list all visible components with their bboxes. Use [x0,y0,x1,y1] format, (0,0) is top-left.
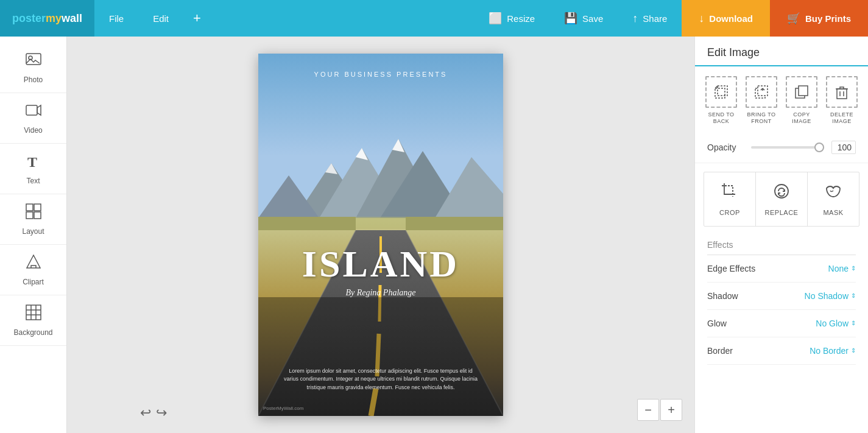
video-icon [25,102,42,122]
svg-rect-32 [258,217,356,230]
replace-button[interactable]: REPLACE [756,172,808,226]
svg-rect-33 [406,217,503,230]
mask-button[interactable]: MASK [808,172,859,226]
effects-section: Effects Edge Effects None ⇕ Shadow No Sh… [695,233,868,372]
svg-rect-5 [34,204,41,211]
shadow-label: Shadow [707,291,738,301]
left-sidebar: Photo Video T Text Layout Clipart [0,37,67,433]
poster-top-text: YOUR BUSINESS PRESENTS [258,71,503,78]
layout-icon [25,203,42,224]
glow-label: Glow [707,319,727,328]
send-to-back-label: SEND TOBACK [708,111,734,125]
edge-effects-dropdown-icon: ⇕ [851,265,856,272]
buy-prints-icon: 🛒 [787,12,800,25]
resize-button[interactable]: ⬜ Resize [474,0,549,37]
main-area: Photo Video T Text Layout Clipart [0,37,868,433]
svg-rect-41 [837,89,847,99]
sidebar-item-photo[interactable]: Photo [0,43,66,93]
sidebar-item-layout[interactable]: Layout [0,194,66,245]
crop-button[interactable]: CROP [704,172,756,226]
sidebar-clipart-label: Clipart [23,278,44,286]
undo-redo-controls: ↩ ↪ [140,405,167,421]
action-icons-row: CROP REPLACE MASK [704,172,859,227]
svg-rect-6 [26,212,33,219]
shadow-dropdown-icon: ⇕ [851,292,856,299]
sidebar-video-label: Video [24,126,42,135]
sidebar-text-label: Text [26,177,40,185]
poster[interactable]: YOUR BUSINESS PRESENTS ISLAND By Regina … [258,54,503,416]
svg-text:T: T [27,154,37,169]
edge-effects-row: Edge Effects None ⇕ [707,255,856,283]
logo: postermywall [0,0,94,37]
border-label: Border [707,346,733,356]
buy-prints-button[interactable]: 🛒 Buy Prints [770,0,868,37]
delete-image-label: DELETEIMAGE [830,111,853,125]
zoom-in-button[interactable]: + [660,399,682,421]
zoom-out-button[interactable]: − [637,399,659,421]
text-icon: T [25,152,42,173]
svg-rect-40 [799,86,808,96]
border-row: Border No Border ⇕ [707,337,856,365]
download-button[interactable]: ↓ Download [682,0,770,37]
opacity-slider[interactable] [751,146,824,149]
shadow-value[interactable]: No Shadow ⇕ [805,291,856,301]
resize-icon: ⬜ [489,12,502,25]
send-to-back-icon [705,76,737,108]
bring-to-front-button[interactable]: BRING TOFRONT [741,76,782,125]
sidebar-item-clipart[interactable]: Clipart [0,245,66,295]
sidebar-background-label: Background [13,328,52,337]
mask-icon [824,182,842,204]
glow-dropdown-icon: ⇕ [851,320,856,326]
redo-button[interactable]: ↪ [156,405,167,421]
delete-image-icon [826,76,858,108]
sidebar-layout-label: Layout [22,227,44,236]
border-dropdown-icon: ⇕ [851,347,856,354]
edge-effects-label: Edge Effects [707,264,755,273]
copy-image-icon [786,76,817,108]
opacity-thumb[interactable] [814,143,824,152]
zoom-controls: − + [637,399,682,421]
copy-image-button[interactable]: COPYIMAGE [782,76,822,125]
opacity-row: Opacity 100 [695,135,868,163]
sidebar-item-video[interactable]: Video [0,93,66,144]
opacity-value: 100 [831,141,856,154]
edge-effects-value[interactable]: None ⇕ [828,264,856,273]
top-nav: postermywall File Edit + ⬜ Resize 💾 Save… [0,0,868,37]
file-menu[interactable]: File [94,0,138,37]
bring-to-front-icon [746,76,777,108]
svg-rect-34 [258,297,503,416]
undo-button[interactable]: ↩ [140,405,151,421]
sidebar-photo-label: Photo [24,76,43,84]
send-to-back-button[interactable]: SEND TOBACK [701,76,741,125]
canvas-area[interactable]: YOUR BUSINESS PRESENTS ISLAND By Regina … [67,37,694,433]
svg-rect-35 [715,88,725,98]
copy-image-label: COPYIMAGE [792,111,811,125]
svg-rect-8 [26,305,41,320]
add-button[interactable]: + [183,0,211,37]
poster-watermark: PosterMyWall.com [263,406,303,411]
download-icon: ↓ [699,12,704,25]
delete-image-button[interactable]: DELETEIMAGE [822,76,862,125]
border-value[interactable]: No Border ⇕ [810,346,856,356]
bring-to-front-label: BRING TOFRONT [747,111,775,125]
poster-subtitle: By Regina Phalange [258,288,503,298]
sidebar-item-text[interactable]: T Text [0,144,66,194]
svg-rect-7 [34,212,41,219]
photo-icon [25,51,42,72]
clipart-icon [25,253,42,274]
poster-title: ISLAND [258,242,503,286]
mask-label: MASK [823,209,843,216]
effects-title: Effects [707,240,856,255]
edit-icons-row: SEND TOBACK BRING TOFRONT COPYIMAGE DELE… [695,66,868,135]
glow-row: Glow No Glow ⇕ [707,310,856,337]
edit-menu[interactable]: Edit [138,0,183,37]
svg-rect-36 [718,86,727,96]
save-icon: 💾 [564,12,577,25]
glow-value[interactable]: No Glow ⇕ [816,319,856,328]
share-button[interactable]: ↑ Share [618,0,682,37]
sidebar-item-background[interactable]: Background [0,295,66,346]
share-icon: ↑ [632,12,638,25]
save-button[interactable]: 💾 Save [549,0,618,37]
shadow-row: Shadow No Shadow ⇕ [707,283,856,310]
svg-rect-2 [26,105,37,115]
